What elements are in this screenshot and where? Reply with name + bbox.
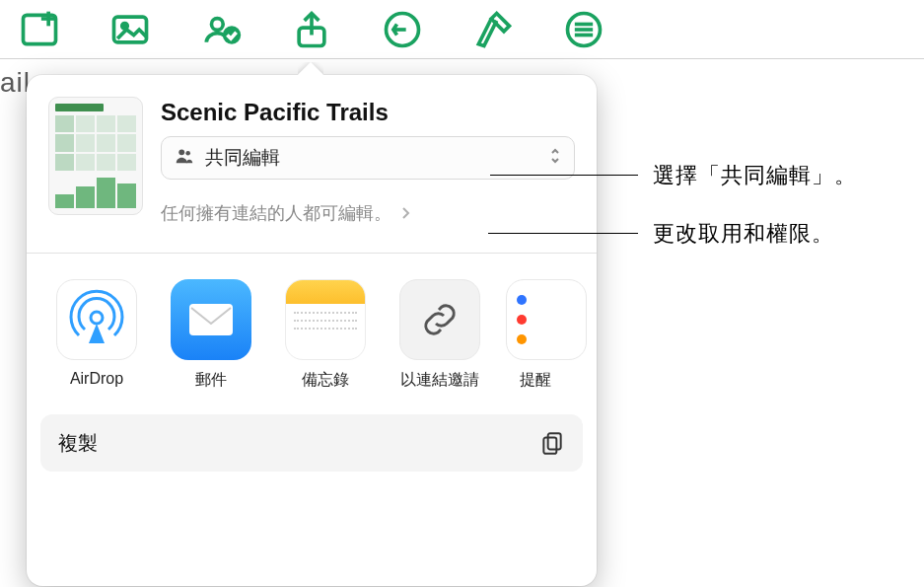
toolbar	[0, 0, 924, 59]
collaboration-mode-select[interactable]: 共同編輯	[161, 136, 575, 180]
share-actions: 複製	[27, 401, 597, 472]
svg-point-14	[185, 151, 190, 156]
add-sheet-icon	[18, 8, 61, 51]
airdrop-icon	[56, 279, 137, 360]
share-app-label: 以連結邀請	[391, 370, 488, 391]
svg-rect-16	[189, 304, 233, 335]
link-icon	[399, 279, 480, 360]
popover-header: Scenic Pacific Trails 共同編輯 任何擁有連結的人都可編輯。	[27, 75, 597, 235]
callout-permissions: 更改取用和權限。	[653, 219, 834, 249]
callout-line-collab	[490, 175, 638, 176]
share-button[interactable]	[290, 8, 333, 51]
svg-rect-18	[543, 438, 556, 454]
share-app-mail[interactable]: 郵件	[163, 279, 259, 391]
format-button[interactable]	[471, 8, 515, 51]
add-sheet-button[interactable]	[18, 8, 61, 51]
undo-button[interactable]	[381, 8, 424, 51]
more-icon	[562, 8, 605, 51]
share-apps-row: AirDrop 郵件 備忘錄 以連結邀請	[27, 254, 597, 401]
reminders-icon	[506, 279, 587, 360]
share-app-label: 備忘錄	[277, 370, 374, 391]
callout-collab: 選擇「共同編輯」。	[653, 161, 857, 190]
chevron-right-icon	[399, 205, 411, 221]
photo-icon	[108, 8, 152, 51]
format-icon	[471, 8, 515, 51]
mail-icon	[171, 279, 251, 360]
share-app-reminders[interactable]: 提醒	[506, 279, 565, 391]
share-app-invite-link[interactable]: 以連結邀請	[391, 279, 488, 391]
svg-point-13	[178, 149, 184, 155]
insert-photo-button[interactable]	[108, 8, 152, 51]
svg-point-15	[91, 312, 103, 324]
collaboration-mode-label: 共同編輯	[205, 145, 538, 171]
share-app-label: AirDrop	[48, 370, 145, 388]
share-app-label: 提醒	[506, 370, 565, 391]
copy-icon	[539, 430, 565, 456]
notes-icon	[285, 279, 366, 360]
copy-action[interactable]: 複製	[40, 414, 583, 472]
svg-point-5	[211, 18, 223, 30]
callout-line-permissions	[488, 233, 638, 234]
share-app-airdrop[interactable]: AirDrop	[48, 279, 145, 391]
popover-header-right: Scenic Pacific Trails 共同編輯 任何擁有連結的人都可編輯。	[161, 97, 575, 225]
undo-icon	[381, 8, 424, 51]
share-icon	[290, 8, 333, 51]
chevron-updown-icon	[548, 146, 562, 170]
share-app-notes[interactable]: 備忘錄	[277, 279, 374, 391]
more-button[interactable]	[562, 8, 605, 51]
share-popover: Scenic Pacific Trails 共同編輯 任何擁有連結的人都可編輯。	[27, 75, 597, 586]
svg-rect-17	[548, 433, 561, 449]
permissions-row[interactable]: 任何擁有連結的人都可編輯。	[161, 201, 575, 225]
copy-action-label: 複製	[58, 430, 98, 457]
popover-arrow	[298, 62, 323, 76]
share-app-label: 郵件	[163, 370, 259, 391]
people-icon	[174, 145, 195, 171]
collaborate-button[interactable]	[199, 8, 243, 51]
document-thumbnail	[48, 97, 143, 215]
document-title: Scenic Pacific Trails	[161, 99, 575, 126]
permissions-text: 任何擁有連結的人都可編輯。	[161, 201, 391, 225]
collaborate-icon	[199, 8, 243, 51]
